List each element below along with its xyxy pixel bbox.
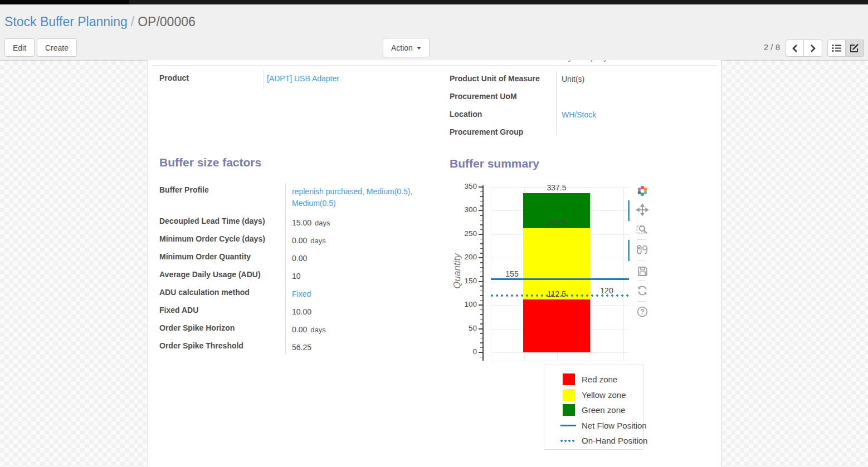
decoupled-lead-time-label: Decoupled Lead Time (days) (159, 213, 285, 230)
legend-item[interactable]: Red zone (544, 372, 643, 387)
y-axis-tick (479, 257, 482, 258)
adu-calculation-method-link[interactable]: Fixed (292, 289, 311, 298)
field-row: Minimum Order Cycle (days) 0.00days (159, 230, 433, 248)
edit-button[interactable]: Edit (4, 38, 35, 57)
modebar-divider (637, 239, 646, 240)
plotly-logo-icon[interactable] (635, 184, 650, 198)
legend-item[interactable]: On-Hand Position (544, 433, 643, 449)
y-axis-tick (479, 304, 482, 306)
save-icon[interactable] (635, 264, 650, 278)
field-row: Procurement Group (450, 124, 717, 142)
y-axis-tick-label: 250 (452, 229, 477, 238)
green-bottom-annotation: 262.5 (523, 219, 590, 228)
procurement-uom-value (556, 89, 562, 106)
y-axis-tick (479, 328, 482, 330)
unit-suffix: days (315, 219, 330, 227)
action-dropdown-button[interactable]: Action (383, 38, 430, 57)
y-axis-tick-label: 300 (452, 205, 477, 214)
field-row: Product Unit of Measure Unit(s) (450, 71, 717, 89)
net-flow-annotation: 155 (495, 269, 529, 278)
modebar-divider (637, 301, 646, 302)
company-field-clipped: My Company (562, 60, 628, 64)
minimum-order-cycle-label: Minimum Order Cycle (days) (159, 230, 285, 248)
green-top-annotation: 337.5 (523, 183, 590, 192)
modebar-divider (637, 260, 646, 261)
legend-item[interactable]: Yellow zone (544, 387, 643, 403)
y-axis-tick (479, 352, 482, 353)
minimum-order-cycle-value: 0.00 (292, 236, 307, 245)
order-spike-horizon-value: 0.00 (292, 325, 307, 334)
legend-label: On-Hand Position (582, 436, 647, 445)
procurement-group-label: Procurement Group (450, 124, 556, 142)
form-sheet: My Company Product [ADPT] USB Adapter Pr… (148, 60, 721, 467)
app-window: Stock Buffer Planning/OP/00006 Edit Crea… (0, 0, 868, 467)
reset-axes-icon[interactable] (635, 283, 650, 298)
legend-label: Net Flow Position (582, 421, 647, 430)
legend-item[interactable]: Net Flow Position (544, 418, 643, 434)
field-row: Order Spike Horizon 0.00days (159, 319, 433, 337)
chevron-right-icon (810, 44, 816, 53)
product-field-label: Product (159, 73, 189, 82)
y-axis-tick-label: 100 (452, 300, 477, 308)
company-link[interactable]: My Company (562, 60, 628, 62)
unit-suffix: days (310, 237, 325, 245)
yellow-zone-bar[interactable] (523, 228, 590, 299)
breadcrumb-section-link[interactable]: Stock Buffer Planning (4, 14, 128, 29)
list-view-icon (832, 44, 842, 52)
y-axis-tick-label: 150 (452, 277, 477, 285)
y-axis-tick-label: 200 (452, 253, 477, 261)
plot-border (491, 361, 629, 361)
gridline (491, 187, 491, 361)
modebar-active-indicator (628, 200, 630, 221)
legend-label: Green zone (582, 405, 625, 415)
list-view-button[interactable] (827, 40, 846, 57)
help-icon[interactable]: ? (635, 304, 650, 319)
pager-counter: 2 / 8 (747, 42, 780, 52)
legend-item[interactable]: Green zone (544, 402, 643, 418)
legend-label: Yellow zone (582, 390, 626, 400)
divider (152, 65, 718, 66)
order-spike-threshold-label: Order Spike Threshold (159, 337, 285, 355)
chevron-down-icon (417, 47, 421, 50)
zoom-select-icon[interactable] (635, 222, 650, 236)
pan-icon[interactable] (635, 203, 650, 217)
order-spike-horizon-label: Order Spike Horizon (159, 319, 285, 337)
create-button[interactable]: Create (37, 38, 77, 57)
pager-next-button[interactable] (804, 40, 822, 57)
y-axis-tick-label: 0 (452, 347, 477, 356)
red-zone-bar[interactable] (523, 299, 590, 352)
field-row: Order Spike Threshold 56.25 (159, 337, 433, 355)
control-bar: Edit Create Action 2 / 8 (0, 35, 868, 61)
buffer-profile-link[interactable]: replenish purchased, Medium(0.5), Medium… (292, 187, 412, 208)
y-axis-title: Quantity (452, 232, 463, 310)
top-navbar-menu-segment (0, 0, 129, 4)
pager-nav (786, 40, 822, 57)
y-axis-tick-label: 50 (452, 324, 477, 332)
legend-swatch-on-hand-position (560, 440, 576, 442)
legend-swatch-net-flow-position (560, 425, 576, 426)
field-row: Decoupled Lead Time (days) 15.00days (159, 213, 433, 230)
breadcrumb-record-name: OP/00006 (138, 14, 196, 29)
hover-compare-icon[interactable] (635, 243, 650, 257)
buffer-summary-chart: Quantity (452, 184, 661, 459)
net-flow-position-line (491, 278, 629, 280)
location-link[interactable]: WH/Stock (562, 110, 596, 119)
buffer-summary-heading: Buffer summary (450, 157, 539, 170)
form-view-button[interactable] (846, 40, 864, 57)
pager-previous-button[interactable] (786, 40, 804, 57)
gridline (591, 187, 591, 361)
legend-swatch-red-zone (563, 373, 575, 385)
buffer-size-factors-heading: Buffer size factors (159, 156, 261, 169)
chart-legend: Red zone Yellow zone Green zone Net Flow… (544, 365, 643, 450)
field-row: Fixed ADU 10.00 (159, 302, 433, 319)
procurement-uom-label: Procurement UoM (450, 89, 556, 106)
action-dropdown-label: Action (391, 43, 413, 52)
chevron-left-icon (792, 44, 798, 53)
legend-label: Red zone (582, 375, 617, 384)
field-separator (264, 71, 264, 89)
field-row: Buffer Profile replenish purchased, Medi… (159, 181, 433, 213)
location-label: Location (450, 106, 556, 124)
field-row: ADU calculation method Fixed (159, 284, 433, 302)
y-axis-tick (479, 234, 482, 235)
product-link[interactable]: [ADPT] USB Adapter (267, 74, 339, 83)
